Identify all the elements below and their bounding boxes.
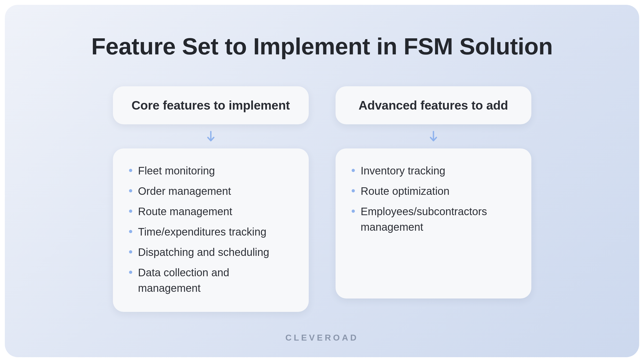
feature-label: Route management xyxy=(138,204,293,219)
core-header-label: Core features to implement xyxy=(129,98,293,113)
list-item: Route optimization xyxy=(352,183,515,199)
bullet-icon xyxy=(129,189,132,192)
advanced-header-label: Advanced features to add xyxy=(352,98,515,113)
core-list-card: Fleet monitoring Order management Route … xyxy=(113,148,309,312)
list-item: Employees/subcontractors management xyxy=(352,204,515,235)
feature-label: Order management xyxy=(138,183,293,199)
list-item: Time/expenditures tracking xyxy=(129,224,293,240)
list-item: Fleet monitoring xyxy=(129,163,293,178)
bullet-icon xyxy=(129,250,132,253)
bullet-icon xyxy=(129,169,132,172)
list-item: Route management xyxy=(129,204,293,219)
core-feature-list: Fleet monitoring Order management Route … xyxy=(129,163,293,296)
column-core: Core features to implement Fleet monitor… xyxy=(113,86,309,312)
feature-label: Dispatching and scheduling xyxy=(138,244,293,260)
advanced-header-card: Advanced features to add xyxy=(336,86,531,124)
bullet-icon xyxy=(129,230,132,233)
diagram-canvas: Feature Set to Implement in FSM Solution… xyxy=(0,0,644,362)
slide: Feature Set to Implement in FSM Solution… xyxy=(5,5,639,357)
feature-label: Time/expenditures tracking xyxy=(138,224,293,240)
bullet-icon xyxy=(129,210,132,213)
advanced-list-card: Inventory tracking Route optimization Em… xyxy=(336,148,531,298)
feature-label: Data collection and management xyxy=(138,265,293,296)
bullet-icon xyxy=(129,271,132,274)
bullet-icon xyxy=(352,189,355,192)
column-advanced: Advanced features to add Inventory track… xyxy=(336,86,531,312)
feature-label: Employees/subcontractors management xyxy=(361,204,515,235)
core-header-card: Core features to implement xyxy=(113,86,309,124)
list-item: Order management xyxy=(129,183,293,199)
feature-label: Route optimization xyxy=(361,183,515,199)
list-item: Dispatching and scheduling xyxy=(129,244,293,260)
feature-label: Inventory tracking xyxy=(361,163,515,178)
bullet-icon xyxy=(352,169,355,172)
arrow-down-icon xyxy=(205,124,216,148)
feature-label: Fleet monitoring xyxy=(138,163,293,178)
arrow-down-icon xyxy=(428,124,439,148)
bullet-icon xyxy=(352,210,355,213)
list-item: Data collection and management xyxy=(129,265,293,296)
advanced-feature-list: Inventory tracking Route optimization Em… xyxy=(352,163,515,235)
columns-container: Core features to implement Fleet monitor… xyxy=(5,86,639,312)
slide-title: Feature Set to Implement in FSM Solution xyxy=(91,33,553,60)
list-item: Inventory tracking xyxy=(352,163,515,178)
brand-label: CLEVEROAD xyxy=(5,333,639,343)
